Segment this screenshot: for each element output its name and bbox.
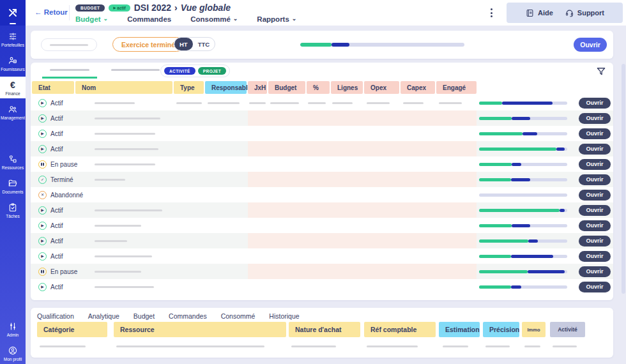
menu-item-budget[interactable]: Budget⌄ — [75, 15, 108, 23]
open-row-button[interactable]: Ouvrir — [579, 190, 611, 201]
column-header-budget[interactable]: Budget — [268, 81, 305, 94]
column-header-lignes[interactable]: Lignes — [331, 81, 363, 94]
menu-item-rapports[interactable]: Rapports⌄ — [257, 15, 296, 23]
open-row-button[interactable]: Ouvrir — [579, 159, 611, 170]
row-progress-bar — [479, 193, 567, 197]
status-abandonne-icon: ✕ — [38, 191, 47, 199]
progress-navy-segment — [511, 285, 522, 289]
help-button[interactable]: Aide — [525, 8, 553, 18]
table-row[interactable]: ▶ActifOuvrir — [31, 110, 613, 126]
detail-tab-budget[interactable]: Budget — [134, 312, 155, 322]
row-progress-bar — [479, 239, 567, 243]
sidebar-item-admin[interactable]: Admin — [0, 318, 26, 340]
detail-column-header-immo[interactable]: Immo — [522, 322, 546, 337]
play-icon: ▶ — [113, 6, 116, 10]
table-row[interactable]: ✓TerminéOuvrir — [31, 172, 613, 187]
table-row[interactable]: En pauseOuvrir — [31, 264, 613, 279]
sidebar-item-taches[interactable]: Tâches — [0, 199, 26, 221]
column-header-%[interactable]: % — [307, 81, 330, 94]
tab-skeleton-active[interactable] — [42, 63, 97, 79]
status-cell: ▶Actif — [38, 218, 63, 233]
badge-activite[interactable]: ACTIVITÉ — [164, 67, 195, 75]
open-row-button[interactable]: Ouvrir — [579, 205, 611, 216]
table-row[interactable]: En pauseOuvrir — [31, 156, 613, 172]
table-row[interactable]: ▶ActifOuvrir — [31, 218, 613, 233]
detail-tab-consomm[interactable]: Consommé — [221, 312, 256, 322]
status-actif-icon: ▶ — [38, 206, 47, 215]
toggle-ht[interactable]: HT — [174, 38, 193, 50]
detail-column-header-activité[interactable]: Activité — [550, 322, 585, 337]
badge-projet[interactable]: PROJET — [198, 67, 226, 75]
sidebar-item-documents[interactable]: Documents — [0, 175, 26, 197]
open-row-button[interactable]: Ouvrir — [579, 282, 611, 292]
filter-icon[interactable] — [595, 66, 607, 77]
open-row-button[interactable]: Ouvrir — [579, 266, 611, 277]
toggle-ttc[interactable]: TTC — [193, 38, 215, 50]
progress-green-segment — [479, 163, 512, 166]
table-row[interactable]: ▶ActifOuvrir — [31, 248, 613, 264]
status-label: Actif — [50, 238, 63, 245]
sidebar-item-fournisseurs[interactable]: Fournisseurs — [0, 52, 26, 74]
progress-navy-segment — [528, 239, 538, 243]
menu-item-commandes[interactable]: Commandes — [127, 15, 171, 23]
detail-column-header-estimation[interactable]: Estimation — [439, 322, 480, 337]
table-body: ▶ActifOuvrir▶ActifOuvrir▶ActifOuvrir▶Act… — [31, 95, 613, 294]
open-exercise-button[interactable]: Ouvrir — [574, 38, 607, 52]
sidebar-item-ressources[interactable]: Ressources — [0, 151, 26, 172]
topbar: ← Retour Budget ▶actif DSI 2022 › Vue gl… — [26, 0, 626, 26]
name-skeleton — [95, 118, 160, 119]
collapse-handle[interactable] — [10, 23, 16, 24]
open-row-button[interactable]: Ouvrir — [579, 113, 611, 124]
column-header-capex[interactable]: Capex — [401, 81, 435, 94]
open-row-button[interactable]: Ouvrir — [579, 174, 611, 185]
column-header-opex[interactable]: Opex — [364, 81, 399, 94]
column-header-responsable[interactable]: Responsable — [205, 81, 247, 94]
detail-tab-historique[interactable]: Historique — [269, 312, 299, 322]
status-cell: ▶Actif — [38, 126, 63, 141]
sidebar-item-management[interactable]: Management — [0, 101, 26, 123]
table-row[interactable]: ✕AbandonnéOuvrir — [31, 187, 613, 202]
open-row-button[interactable]: Ouvrir — [579, 98, 611, 109]
menu-item-consomm[interactable]: Consommé⌄ — [190, 15, 238, 23]
sidebar-item-portefeuilles[interactable]: Portefeuilles — [0, 28, 26, 50]
table-row[interactable]: ▶ActifOuvrir — [31, 126, 613, 141]
open-row-button[interactable]: Ouvrir — [579, 251, 611, 262]
back-button[interactable]: ← Retour — [34, 8, 68, 16]
detail-column-header-ressource[interactable]: Ressource — [114, 322, 286, 337]
column-header-engag[interactable]: Engagé — [436, 81, 477, 94]
detail-cell-skeleton — [485, 345, 510, 347]
app-logo[interactable] — [0, 0, 26, 26]
scrollbar[interactable] — [622, 64, 625, 294]
summary-card: Exercice terminé HT TTC Ouvrir — [31, 31, 613, 59]
open-row-button[interactable]: Ouvrir — [579, 220, 611, 231]
row-progress-bar — [479, 148, 567, 151]
table-row[interactable]: ▶ActifOuvrir — [31, 141, 613, 156]
detail-tab-commandes[interactable]: Commandes — [169, 312, 207, 322]
detail-column-header-réfcomptable[interactable]: Réf comptable — [364, 322, 436, 337]
support-button[interactable]: Support — [565, 8, 604, 18]
status-cell: ✕Abandonné — [38, 187, 83, 202]
table-row[interactable]: ▶ActifOuvrir — [31, 95, 613, 110]
table-row[interactable]: ▶ActifOuvrir — [31, 202, 613, 218]
open-row-button[interactable]: Ouvrir — [579, 144, 611, 155]
kebab-menu-icon[interactable] — [487, 6, 496, 19]
headset-icon — [565, 8, 574, 18]
open-row-button[interactable]: Ouvrir — [579, 128, 611, 139]
detail-column-header-naturedachat[interactable]: Nature d'achat — [289, 322, 360, 337]
detail-column-header-catégorie[interactable]: Catégorie — [37, 322, 107, 337]
tab-skeleton[interactable] — [111, 63, 160, 79]
detail-tab-analytique[interactable]: Analytique — [88, 312, 119, 322]
sidebar-item-mon-profil[interactable]: Mon profil — [0, 342, 26, 364]
table-row[interactable]: ▶ActifOuvrir — [31, 279, 613, 294]
detail-column-header-précision[interactable]: Précision — [483, 322, 519, 337]
column-header-type[interactable]: Type — [174, 81, 204, 94]
detail-tab-qualification[interactable]: Qualification — [37, 312, 74, 322]
name-skeleton — [95, 102, 135, 104]
table-row[interactable]: ▶ActifOuvrir — [31, 233, 613, 248]
column-header-jxh[interactable]: JxH — [248, 81, 267, 94]
column-header-nom[interactable]: Nom — [75, 81, 172, 94]
name-skeleton — [95, 179, 125, 181]
column-header-etat[interactable]: Etat — [32, 81, 74, 94]
open-row-button[interactable]: Ouvrir — [579, 236, 611, 246]
sidebar-item-finance[interactable]: €Finance — [0, 77, 26, 98]
